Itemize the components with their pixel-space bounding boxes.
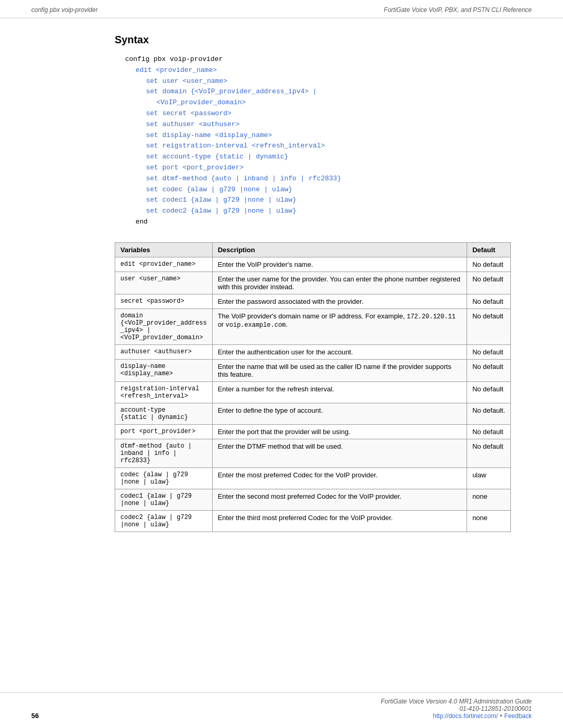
table-cell-default: No default [467,272,511,294]
table-cell-description: Enter the most preferred Codec for the V… [212,467,467,489]
table-cell-variable: display-name <display_name> [115,359,213,381]
table-cell-default: none [467,510,511,532]
table-cell-default: No default [467,257,511,272]
main-content: Syntax config pbx voip-provider edit <pr… [0,18,563,563]
table-cell-description: Enter the password associated with the p… [212,294,467,309]
code-line-16: end [125,217,511,228]
code-line-8: set display-name <display_name> [125,130,511,141]
footer-right: FortiGate Voice Version 4.0 MR1 Administ… [381,698,532,720]
table-header-row: Variables Description Default [115,242,511,257]
table-cell-default: No default [467,309,511,344]
table-cell-variable: domain {<VoIP_provider_address _ipv4> | … [115,309,213,344]
feedback-link[interactable]: Feedback [504,712,532,720]
table-row: codec1 {alaw | g729 |none | ulaw}Enter t… [115,489,511,510]
code-line-11: set port <port_provider> [125,163,511,174]
table-cell-description: Enter the third most preferred Codec for… [212,510,467,532]
code-line-9: set reigstration-interval <refresh_inter… [125,141,511,152]
code-line-2: edit <provider_name> [125,65,511,76]
code-line-13: set codec {alaw | g729 |none | ulaw} [125,184,511,195]
table-row: reigstration-interval <refresh_interval>… [115,381,511,403]
table-cell-description: Enter a number for the refresh interval. [212,381,467,403]
code-line-3: set user <user_name> [125,76,511,87]
table-cell-default: No default [467,439,511,467]
table-cell-description: The VoIP provider's domain name or IP ad… [212,309,467,344]
table-cell-default: No default [467,424,511,439]
table-cell-description: Enter to define the type of account. [212,403,467,424]
table-cell-default: No default [467,294,511,309]
table-row: account-type {static | dynamic}Enter to … [115,403,511,424]
table-cell-default: No default [467,381,511,403]
table-cell-default: No default [467,344,511,359]
col-header-description: Description [212,242,467,257]
table-row: display-name <display_name>Enter the nam… [115,359,511,381]
table-cell-default: No default. [467,403,511,424]
table-row: authuser <authuser>Enter the authenticat… [115,344,511,359]
table-row: codec2 {alaw | g729 |none | ulaw}Enter t… [115,510,511,532]
code-line-15: set codec2 {alaw | g729 |none | ulaw} [125,206,511,217]
table-cell-description: Enter the name that will be used as the … [212,359,467,381]
table-cell-description: Enter the user name for the provider. Yo… [212,272,467,294]
code-line-10: set account-type {static | dynamic} [125,152,511,163]
table-cell-variable: edit <provider_name> [115,257,213,272]
page-footer: 56 FortiGate Voice Version 4.0 MR1 Admin… [0,692,563,728]
table-cell-variable: dtmf-method {auto | inband | info | rfc2… [115,439,213,467]
table-row: codec {alaw | g729 |none | ulaw}Enter th… [115,467,511,489]
code-line-4: set domain {<VoIP_provider_address_ipv4>… [125,87,511,97]
page-header: config pbx voip-provider FortiGate Voice… [0,0,563,18]
table-cell-variable: codec {alaw | g729 |none | ulaw} [115,467,213,489]
col-header-variables: Variables [115,242,213,257]
header-left: config pbx voip-provider [31,6,97,14]
code-line-1: config pbx voip-provider [125,54,511,65]
page-number: 56 [31,712,39,720]
footer-line2: 01-410-112851-20100601 [381,705,532,712]
table-row: dtmf-method {auto | inband | info | rfc2… [115,439,511,467]
table-row: user <user_name>Enter the user name for … [115,272,511,294]
table-cell-variable: reigstration-interval <refresh_interval> [115,381,213,403]
code-line-7: set authuser <authuser> [125,119,511,130]
col-header-default: Default [467,242,511,257]
table-cell-variable: account-type {static | dynamic} [115,403,213,424]
table-cell-default: No default [467,359,511,381]
variables-table: Variables Description Default edit <prov… [115,242,511,532]
syntax-title: Syntax [115,34,511,46]
table-cell-description: Enter the second most preferred Codec fo… [212,489,467,510]
footer-links: http://docs.fortinet.com/ • Feedback [381,712,532,720]
code-line-12: set dtmf-method {auto | inband | info | … [125,174,511,184]
header-right: FortiGate Voice VoIP, PBX, and PSTN CLI … [384,6,532,14]
table-cell-variable: codec1 {alaw | g729 |none | ulaw} [115,489,213,510]
footer-line1: FortiGate Voice Version 4.0 MR1 Administ… [381,698,532,705]
table-cell-variable: port <port_provider> [115,424,213,439]
docs-link[interactable]: http://docs.fortinet.com/ [433,712,498,720]
table-cell-description: Enter the DTMF method that will be used. [212,439,467,467]
code-line-5: <VoIP_provider_domain> [125,97,511,108]
table-cell-default: ulaw [467,467,511,489]
code-line-14: set codec1 {alaw | g729 |none | ulaw} [125,195,511,206]
code-line-6: set secret <password> [125,108,511,119]
table-row: domain {<VoIP_provider_address _ipv4> | … [115,309,511,344]
table-row: port <port_provider>Enter the port that … [115,424,511,439]
table-cell-variable: secret <password> [115,294,213,309]
table-cell-variable: authuser <authuser> [115,344,213,359]
table-cell-description: Enter the port that the provider will be… [212,424,467,439]
table-row: secret <password>Enter the password asso… [115,294,511,309]
table-cell-variable: user <user_name> [115,272,213,294]
code-block: config pbx voip-provider edit <provider_… [115,54,511,228]
table-cell-description: Enter the authentication user for the ac… [212,344,467,359]
footer-separator: • [500,712,502,720]
table-cell-default: none [467,489,511,510]
table-cell-variable: codec2 {alaw | g729 |none | ulaw} [115,510,213,532]
table-row: edit <provider_name>Enter the VoIP provi… [115,257,511,272]
table-cell-description: Enter the VoIP provider's name. [212,257,467,272]
